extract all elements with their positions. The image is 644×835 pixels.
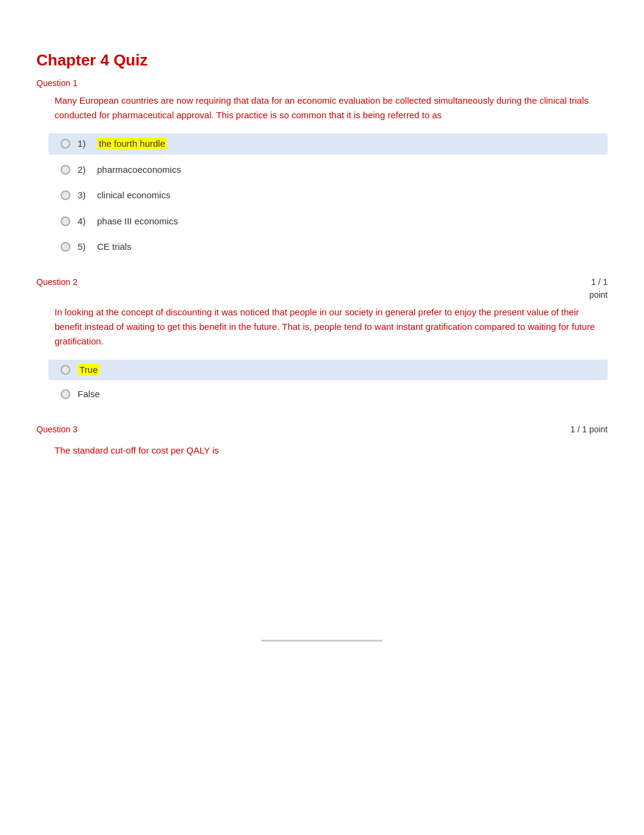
option-text-3: clinical economics: [97, 189, 170, 203]
question-3-header: Question 3 1 / 1 point: [36, 423, 608, 440]
radio-true: [61, 365, 70, 375]
question-2-score: 1 / 1 point: [589, 276, 608, 301]
option-number-4: 4): [78, 215, 92, 229]
answer-false[interactable]: False: [49, 384, 608, 405]
option-text-true: True: [78, 363, 99, 377]
option-text-false: False: [78, 387, 100, 401]
answer-true[interactable]: True: [49, 360, 608, 381]
answer-option-5[interactable]: 5) CE trials: [49, 236, 608, 258]
question-3-text: The standard cut-off for cost per QALY i…: [55, 443, 608, 458]
option-text-4: phase III economics: [97, 215, 178, 229]
option-text-5: CE trials: [97, 240, 132, 254]
question-2-label: Question 2: [36, 276, 78, 289]
radio-5: [61, 242, 70, 252]
option-number-2: 2): [78, 163, 92, 177]
question-3-block: Question 3 1 / 1 point The standard cut-…: [36, 423, 608, 458]
answer-option-2[interactable]: 2) pharmacoeconomics: [49, 159, 608, 181]
answer-option-1[interactable]: 1) the fourth hurdle: [49, 133, 608, 155]
radio-4: [61, 216, 70, 226]
option-text-1: the fourth hurdle: [97, 137, 167, 151]
question-1-options: 1) the fourth hurdle 2) pharmacoeconomic…: [49, 133, 608, 258]
question-1-label: Question 1: [36, 77, 608, 90]
radio-3: [61, 190, 70, 200]
radio-false: [61, 389, 70, 399]
option-number-5: 5): [78, 240, 92, 254]
highlight-true: True: [78, 364, 99, 375]
question-3-label: Question 3: [36, 423, 78, 436]
question-1-block: Question 1 Many European countries are n…: [36, 77, 608, 258]
option-text-2: pharmacoeconomics: [97, 163, 181, 177]
question-1-text: Many European countries are now requirin…: [55, 93, 608, 122]
question-2-text: In looking at the concept of discounting…: [55, 305, 608, 349]
radio-1: [61, 139, 70, 149]
question-3-score: 1 / 1 point: [571, 423, 608, 436]
question-2-header: Question 2 1 / 1 point: [36, 276, 608, 301]
question-2-block: Question 2 1 / 1 point In looking at the…: [36, 276, 608, 405]
option-number-1: 1): [78, 137, 92, 151]
radio-2: [61, 165, 70, 175]
divider: [261, 640, 383, 642]
option-number-3: 3): [78, 189, 92, 203]
answer-option-4[interactable]: 4) phase III economics: [49, 211, 608, 232]
question-2-options: True False: [49, 360, 608, 405]
highlight-text-1: the fourth hurdle: [97, 138, 167, 149]
quiz-title: Chapter 4 Quiz: [36, 49, 608, 72]
page-footer: [36, 640, 608, 642]
answer-option-3[interactable]: 3) clinical economics: [49, 185, 608, 206]
